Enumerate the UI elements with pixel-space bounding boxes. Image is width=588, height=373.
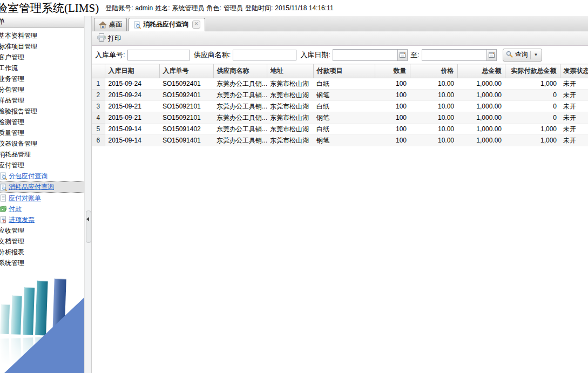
cell: 100 (375, 90, 410, 101)
cell: SO15091402 (159, 124, 213, 135)
sidebar-item-12[interactable]: 应付管理 (0, 160, 84, 171)
sidebar-item-20[interactable]: 分析报表 (0, 247, 84, 257)
collapse-left-icon[interactable] (86, 217, 89, 221)
sidebar-link-label: 应付对账单 (9, 194, 41, 203)
column-header-3[interactable]: 供应商名称 (213, 64, 267, 78)
print-button[interactable]: 打印 (94, 32, 124, 44)
supplier-input[interactable] (233, 50, 296, 60)
sidebar-item-5[interactable]: 分包管理 (0, 84, 84, 95)
tab-bar: 桌面 消耗品应付查询 ✕ (92, 16, 588, 31)
results-table: 入库日期入库单号供应商名称地址付款项目数量价格总金额实际付款总金额发票状态 12… (92, 64, 588, 146)
query-button[interactable]: 查询 ▼ (503, 49, 543, 62)
bar-shape (11, 295, 22, 335)
login-time-label: 登陆时间: (245, 4, 273, 13)
cell: 2015-09-24 (105, 90, 159, 101)
table-row[interactable]: 62015-09-14SO15091401东莞办公工具销...东莞市松山湖钢笔1… (92, 135, 588, 146)
column-header-1[interactable]: 入库日期 (105, 64, 159, 78)
cell: 未开 (560, 135, 588, 146)
cell: 白纸 (313, 124, 375, 135)
calendar-icon[interactable] (397, 50, 407, 60)
toolbar: 打印 (92, 31, 588, 46)
date-to-input[interactable] (422, 50, 486, 60)
sidebar-item-3[interactable]: 工作流 (0, 63, 84, 73)
column-header-10[interactable]: 发票状态 (560, 64, 588, 78)
cell: 1,000.00 (457, 78, 505, 90)
cell: SO15091401 (159, 135, 213, 146)
tab-consumables-payable-query[interactable]: 消耗品应付查询 ✕ (129, 18, 205, 31)
column-header-0[interactable] (92, 64, 105, 78)
sidebar-item-1[interactable]: 标准项目管理 (0, 41, 84, 52)
sidebar-splitter[interactable] (84, 16, 92, 373)
column-header-4[interactable]: 地址 (267, 64, 313, 78)
date-to-label: 至: (410, 50, 420, 60)
search-icon (506, 51, 513, 59)
cell: 2015-09-14 (105, 124, 159, 135)
close-icon[interactable]: ✕ (192, 21, 200, 29)
table-row[interactable]: 42015-09-21SO15092101东莞办公工具销...东莞市松山湖钢笔1… (92, 112, 588, 124)
table-row[interactable]: 12015-09-24SO15092401东莞办公工具销...东莞市松山湖白纸1… (92, 78, 588, 90)
sidebar-item-18[interactable]: 应收管理 (0, 225, 84, 236)
sidebar-link-13[interactable]: 分包应付查询 (0, 171, 84, 181)
bar-shape (0, 304, 10, 335)
cell: 东莞市松山湖 (267, 78, 313, 90)
cell: 东莞市松山湖 (267, 112, 313, 124)
printer-icon (97, 33, 106, 43)
table-row[interactable]: 52015-09-14SO15091402东莞办公工具销...东莞市松山湖白纸1… (92, 124, 588, 135)
cell: SO15092401 (159, 90, 213, 101)
login-account-value: admin (136, 4, 153, 12)
sidebar-link-label: 消耗品应付查询 (9, 182, 54, 192)
search-form: 入库单号: 供应商名称: 入库日期: 至: (92, 46, 588, 64)
sidebar-item-19[interactable]: 文档管理 (0, 236, 84, 247)
cell: 0 (505, 90, 560, 101)
sidebar-link-16[interactable]: 付款 (0, 204, 84, 214)
calendar-icon[interactable] (486, 50, 496, 60)
chevron-down-icon[interactable]: ▼ (533, 52, 539, 57)
column-header-6[interactable]: 数量 (375, 64, 410, 78)
sidebar-item-11[interactable]: 消耗品管理 (0, 149, 84, 160)
cell: 10.00 (410, 124, 457, 135)
sidebar-header: 单 (0, 16, 84, 28)
login-account-label: 登陆账号: (105, 4, 133, 13)
cell: 东莞市松山湖 (267, 135, 313, 146)
column-header-7[interactable]: 价格 (410, 64, 457, 78)
sidebar-link-15[interactable]: 应付对账单 (0, 193, 84, 204)
sidebar-item-9[interactable]: 质量管理 (0, 127, 84, 138)
cell: 白纸 (313, 78, 375, 90)
sidebar-link-14[interactable]: 消耗品应付查询 (0, 181, 84, 193)
column-header-9[interactable]: 实际付款总金额 (505, 64, 560, 78)
sidebar-item-6[interactable]: 样品管理 (0, 95, 84, 106)
date-to-field (422, 49, 497, 61)
login-time-value: 2015/11/18 14:16:11 (275, 4, 333, 12)
date-from-input[interactable] (333, 50, 397, 60)
table-row[interactable]: 22015-09-24SO15092401东莞办公工具销...东莞市松山湖钢笔1… (92, 90, 588, 101)
cell: 100 (375, 124, 410, 135)
cell: 100 (375, 112, 410, 124)
cell: 100 (375, 135, 410, 146)
scrollbar-thumb[interactable] (86, 211, 91, 243)
cell: 100 (375, 78, 410, 90)
sidebar-item-21[interactable]: 系统管理 (0, 257, 84, 268)
column-header-8[interactable]: 总金额 (457, 64, 505, 78)
sidebar-item-0[interactable]: 基本资料管理 (0, 30, 84, 41)
sidebar-item-10[interactable]: 仪器设备管理 (0, 138, 84, 149)
tab-desktop[interactable]: 桌面 (94, 18, 127, 31)
sidebar-item-8[interactable]: 检测管理 (0, 117, 84, 127)
login-role-label: 角色: (207, 4, 221, 13)
column-header-2[interactable]: 入库单号 (159, 64, 213, 78)
table-header-row: 入库日期入库单号供应商名称地址付款项目数量价格总金额实际付款总金额发票状态 (92, 64, 588, 78)
cell: 1,000 (505, 124, 560, 135)
cell: 未开 (560, 124, 588, 135)
sidebar-item-7[interactable]: 检验报告管理 (0, 106, 84, 117)
cell: 2015-09-21 (105, 112, 159, 124)
row-number: 2 (92, 90, 105, 101)
sidebar-link-17[interactable]: 进项发票 (0, 214, 84, 225)
column-header-5[interactable]: 付款项目 (313, 64, 375, 78)
sidebar-item-4[interactable]: 业务管理 (0, 73, 84, 84)
sidebar-menu: 基本资料管理标准项目管理客户管理工作流业务管理分包管理样品管理检验报告管理检测管… (0, 28, 84, 268)
login-info: 登陆账号: admin 姓名: 系统管理员 角色: 管理员 登陆时间: 2015… (105, 4, 333, 13)
cell: 东莞市松山湖 (267, 101, 313, 112)
table-row[interactable]: 32015-09-21SO15092101东莞办公工具销...东莞市松山湖白纸1… (92, 101, 588, 112)
cell: 10.00 (410, 112, 457, 124)
order-no-input[interactable] (127, 50, 190, 60)
sidebar-item-2[interactable]: 客户管理 (0, 52, 84, 63)
